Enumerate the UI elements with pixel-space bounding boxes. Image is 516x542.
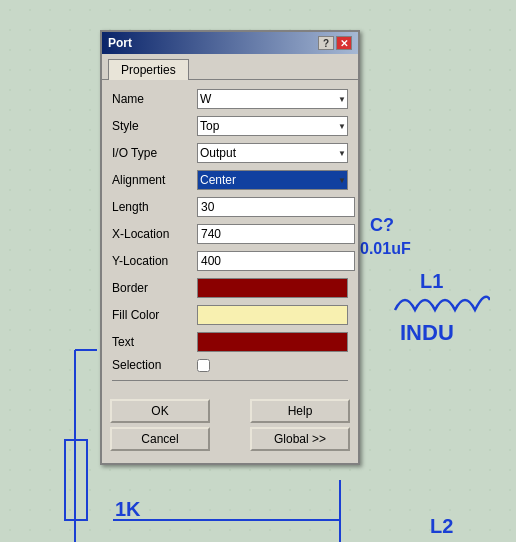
help-button[interactable]: Help (250, 399, 350, 423)
border-row: Border (112, 277, 348, 299)
length-row: Length (112, 196, 348, 218)
alignment-select[interactable]: Left Center Right (197, 170, 348, 190)
border-color-swatch[interactable] (197, 278, 348, 298)
button-area: OK Help Cancel Global >> (102, 395, 358, 463)
x-location-row: X-Location (112, 223, 348, 245)
selection-checkbox[interactable] (197, 359, 210, 372)
io-type-select[interactable]: Input Output Bidirectional (197, 143, 348, 163)
io-type-label: I/O Type (112, 146, 197, 160)
bg-text-indu: INDU (400, 320, 454, 346)
x-location-input[interactable] (197, 224, 355, 244)
style-label: Style (112, 119, 197, 133)
title-bar-buttons: ? ✕ (318, 36, 352, 50)
svg-rect-4 (65, 440, 87, 520)
text-row: Text (112, 331, 348, 353)
text-color-swatch[interactable] (197, 332, 348, 352)
fill-color-label: Fill Color (112, 308, 197, 322)
style-select-wrapper[interactable]: Top Bottom Left Right (197, 116, 348, 136)
x-location-label: X-Location (112, 227, 197, 241)
y-location-input[interactable] (197, 251, 355, 271)
name-select-wrapper[interactable]: W (197, 89, 348, 109)
alignment-select-wrapper[interactable]: Left Center Right (197, 170, 348, 190)
dialog-title: Port (108, 36, 132, 50)
bg-text-c: C? (370, 215, 394, 236)
help-title-btn[interactable]: ? (318, 36, 334, 50)
cancel-button[interactable]: Cancel (110, 427, 210, 451)
io-type-select-wrapper[interactable]: Input Output Bidirectional (197, 143, 348, 163)
bg-text-l2: L2 (430, 515, 453, 538)
btn-row-2: Cancel Global >> (110, 427, 350, 451)
close-title-btn[interactable]: ✕ (336, 36, 352, 50)
bg-text-capacitor: 0.01uF (360, 240, 411, 258)
alignment-label: Alignment (112, 173, 197, 187)
length-input[interactable] (197, 197, 355, 217)
selection-row: Selection (112, 358, 348, 372)
tab-bar: Properties (102, 54, 358, 80)
ok-button[interactable]: OK (110, 399, 210, 423)
border-label: Border (112, 281, 197, 295)
text-label: Text (112, 335, 197, 349)
name-select[interactable]: W (197, 89, 348, 109)
style-row: Style Top Bottom Left Right (112, 115, 348, 137)
btn-row-1: OK Help (110, 399, 350, 423)
y-location-label: Y-Location (112, 254, 197, 268)
y-location-row: Y-Location (112, 250, 348, 272)
global-button[interactable]: Global >> (250, 427, 350, 451)
alignment-row: Alignment Left Center Right (112, 169, 348, 191)
port-dialog: Port ? ✕ Properties Name W Style Top (100, 30, 360, 465)
properties-area: Name W Style Top Bottom Left Right I/O T… (102, 80, 358, 395)
io-type-row: I/O Type Input Output Bidirectional (112, 142, 348, 164)
tab-properties[interactable]: Properties (108, 59, 189, 80)
name-label: Name (112, 92, 197, 106)
title-bar: Port ? ✕ (102, 32, 358, 54)
bg-text-l1: L1 (420, 270, 443, 293)
fill-color-row: Fill Color (112, 304, 348, 326)
fill-color-swatch[interactable] (197, 305, 348, 325)
name-row: Name W (112, 88, 348, 110)
length-label: Length (112, 200, 197, 214)
divider (112, 380, 348, 381)
selection-label: Selection (112, 358, 197, 372)
bg-text-1k: 1K (115, 498, 141, 521)
style-select[interactable]: Top Bottom Left Right (197, 116, 348, 136)
